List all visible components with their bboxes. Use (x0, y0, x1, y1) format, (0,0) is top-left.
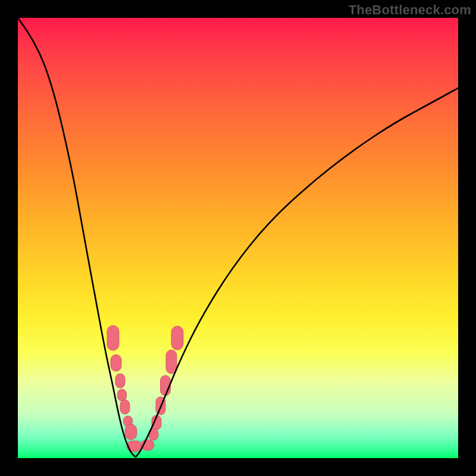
data-marker (166, 350, 177, 374)
bottleneck-curve-svg (18, 18, 458, 458)
chart-frame (18, 18, 458, 458)
data-marker (120, 400, 130, 414)
v-curve (18, 18, 458, 457)
data-marker (125, 424, 137, 440)
data-marker (171, 326, 183, 350)
markers-group (107, 325, 183, 452)
watermark-text: TheBottleneck.com (349, 2, 471, 18)
data-marker (107, 325, 119, 350)
data-marker (118, 389, 127, 401)
data-marker (111, 355, 121, 371)
data-marker (115, 374, 125, 388)
